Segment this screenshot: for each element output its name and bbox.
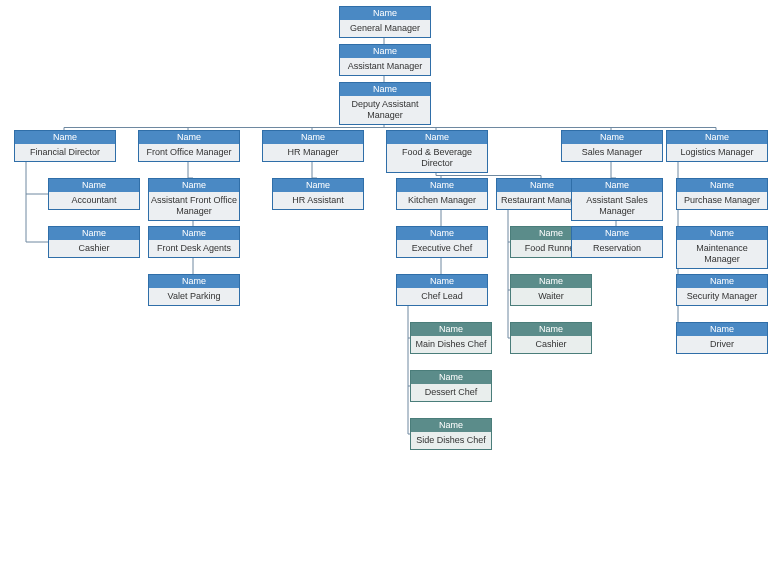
- node-title: Main Dishes Chef: [411, 336, 491, 353]
- node-name-label: Name: [149, 275, 239, 288]
- node-title: Driver: [677, 336, 767, 353]
- node-acct: NameAccountant: [48, 178, 140, 210]
- node-ec: NameExecutive Chef: [396, 226, 488, 258]
- node-name-label: Name: [397, 275, 487, 288]
- node-name-label: Name: [387, 131, 487, 144]
- node-name-label: Name: [340, 45, 430, 58]
- node-sm: NameSales Manager: [561, 130, 663, 162]
- node-afom: NameAssistant Front Office Manager: [148, 178, 240, 221]
- node-lm: NameLogistics Manager: [666, 130, 768, 162]
- node-name-label: Name: [677, 227, 767, 240]
- node-mm: NameMaintenance Manager: [676, 226, 768, 269]
- node-name-label: Name: [677, 179, 767, 192]
- node-fbd: NameFood & Beverage Director: [386, 130, 488, 173]
- node-name-label: Name: [340, 7, 430, 20]
- node-res: NameReservation: [571, 226, 663, 258]
- node-name-label: Name: [411, 323, 491, 336]
- node-km: NameKitchen Manager: [396, 178, 488, 210]
- node-title: Dessert Chef: [411, 384, 491, 401]
- node-name-label: Name: [149, 227, 239, 240]
- node-fin: NameFinancial Director: [14, 130, 116, 162]
- node-cl: NameChef Lead: [396, 274, 488, 306]
- node-gm: NameGeneral Manager: [339, 6, 431, 38]
- node-title: Side Dishes Chef: [411, 432, 491, 449]
- node-title: HR Assistant: [273, 192, 363, 209]
- node-name-label: Name: [572, 227, 662, 240]
- node-name-label: Name: [397, 227, 487, 240]
- node-title: Logistics Manager: [667, 144, 767, 161]
- node-drv: NameDriver: [676, 322, 768, 354]
- node-title: Deputy Assistant Manager: [340, 96, 430, 124]
- node-fom: NameFront Office Manager: [138, 130, 240, 162]
- node-title: Accountant: [49, 192, 139, 209]
- node-title: Cashier: [49, 240, 139, 257]
- node-title: Valet Parking: [149, 288, 239, 305]
- node-name-label: Name: [263, 131, 363, 144]
- node-mdc: NameMain Dishes Chef: [410, 322, 492, 354]
- node-name-label: Name: [667, 131, 767, 144]
- node-title: Food & Beverage Director: [387, 144, 487, 172]
- node-title: Front Office Manager: [139, 144, 239, 161]
- node-title: Reservation: [572, 240, 662, 257]
- node-title: Kitchen Manager: [397, 192, 487, 209]
- node-asm: NameAssistant Sales Manager: [571, 178, 663, 221]
- node-name-label: Name: [340, 83, 430, 96]
- node-title: General Manager: [340, 20, 430, 37]
- node-pm: NamePurchase Manager: [676, 178, 768, 210]
- node-dc: NameDessert Chef: [410, 370, 492, 402]
- org-chart: NameGeneral ManagerNameAssistant Manager…: [0, 0, 768, 574]
- node-name-label: Name: [139, 131, 239, 144]
- node-title: Chef Lead: [397, 288, 487, 305]
- node-name-label: Name: [49, 179, 139, 192]
- node-name-label: Name: [49, 227, 139, 240]
- node-am: NameAssistant Manager: [339, 44, 431, 76]
- node-hra: NameHR Assistant: [272, 178, 364, 210]
- node-cash2: NameCashier: [510, 322, 592, 354]
- node-title: Purchase Manager: [677, 192, 767, 209]
- node-title: Assistant Front Office Manager: [149, 192, 239, 220]
- node-vp: NameValet Parking: [148, 274, 240, 306]
- node-name-label: Name: [397, 179, 487, 192]
- node-title: Cashier: [511, 336, 591, 353]
- node-hrm: NameHR Manager: [262, 130, 364, 162]
- node-waiter: NameWaiter: [510, 274, 592, 306]
- node-fda: NameFront Desk Agents: [148, 226, 240, 258]
- node-title: Maintenance Manager: [677, 240, 767, 268]
- node-secm: NameSecurity Manager: [676, 274, 768, 306]
- node-name-label: Name: [677, 275, 767, 288]
- node-cash: NameCashier: [48, 226, 140, 258]
- node-title: Financial Director: [15, 144, 115, 161]
- node-name-label: Name: [511, 323, 591, 336]
- node-title: Waiter: [511, 288, 591, 305]
- node-name-label: Name: [15, 131, 115, 144]
- node-title: Executive Chef: [397, 240, 487, 257]
- node-title: Front Desk Agents: [149, 240, 239, 257]
- node-title: Assistant Sales Manager: [572, 192, 662, 220]
- node-name-label: Name: [411, 419, 491, 432]
- node-dam: NameDeputy Assistant Manager: [339, 82, 431, 125]
- node-name-label: Name: [511, 275, 591, 288]
- node-name-label: Name: [149, 179, 239, 192]
- node-sdc: NameSide Dishes Chef: [410, 418, 492, 450]
- node-title: HR Manager: [263, 144, 363, 161]
- node-name-label: Name: [562, 131, 662, 144]
- node-title: Sales Manager: [562, 144, 662, 161]
- node-title: Security Manager: [677, 288, 767, 305]
- node-name-label: Name: [411, 371, 491, 384]
- node-name-label: Name: [273, 179, 363, 192]
- node-name-label: Name: [677, 323, 767, 336]
- node-name-label: Name: [572, 179, 662, 192]
- node-title: Assistant Manager: [340, 58, 430, 75]
